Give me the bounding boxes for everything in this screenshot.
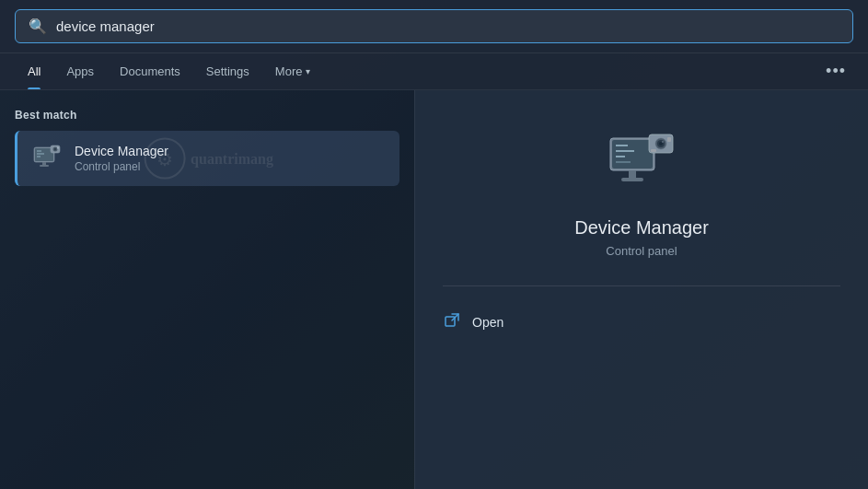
search-bar-container: 🔍	[0, 0, 868, 53]
tab-settings[interactable]: Settings	[193, 53, 262, 89]
open-action[interactable]: Open	[443, 309, 840, 336]
chevron-down-icon: ▾	[306, 66, 310, 76]
tabs-container: All Apps Documents Settings More ▾ •••	[0, 53, 868, 90]
open-icon	[443, 312, 461, 332]
search-input[interactable]	[56, 18, 839, 34]
result-item-type: Control panel	[75, 160, 168, 173]
detail-actions: Open	[443, 309, 840, 336]
detail-device-manager-icon	[605, 127, 678, 201]
svg-rect-24	[667, 137, 671, 142]
svg-rect-25	[651, 149, 656, 152]
tab-all[interactable]: All	[15, 53, 53, 89]
result-item-text: Device Manager Control panel	[75, 144, 168, 173]
detail-type: Control panel	[606, 244, 677, 258]
tab-more[interactable]: More ▾	[262, 53, 324, 89]
open-label: Open	[472, 315, 503, 330]
svg-rect-5	[42, 162, 46, 165]
svg-point-9	[54, 148, 57, 151]
main-content: Best match	[0, 90, 868, 489]
result-item-device-manager[interactable]: Device Manager Control panel ⚙ quantrima…	[15, 131, 399, 186]
search-icon: 🔍	[29, 17, 47, 35]
svg-rect-6	[40, 165, 49, 167]
best-match-label: Best match	[15, 109, 399, 122]
search-panel: 🔍 All Apps Documents Settings More ▾ •••…	[0, 0, 868, 489]
tab-documents[interactable]: Documents	[107, 53, 193, 89]
search-bar: 🔍	[15, 9, 853, 43]
svg-rect-12	[612, 140, 653, 169]
detail-name: Device Manager	[574, 217, 709, 239]
svg-point-23	[662, 141, 664, 143]
watermark-text: quantrimang	[191, 150, 273, 167]
svg-rect-18	[621, 178, 643, 181]
detail-divider	[443, 285, 840, 286]
results-panel: Best match	[0, 90, 414, 489]
result-item-name: Device Manager	[75, 144, 168, 158]
device-manager-icon	[30, 142, 64, 175]
more-options-button[interactable]: •••	[818, 56, 853, 87]
svg-rect-10	[57, 147, 59, 149]
tab-apps[interactable]: Apps	[53, 53, 107, 89]
svg-rect-17	[629, 170, 636, 178]
detail-panel: Device Manager Control panel Open	[414, 90, 868, 489]
